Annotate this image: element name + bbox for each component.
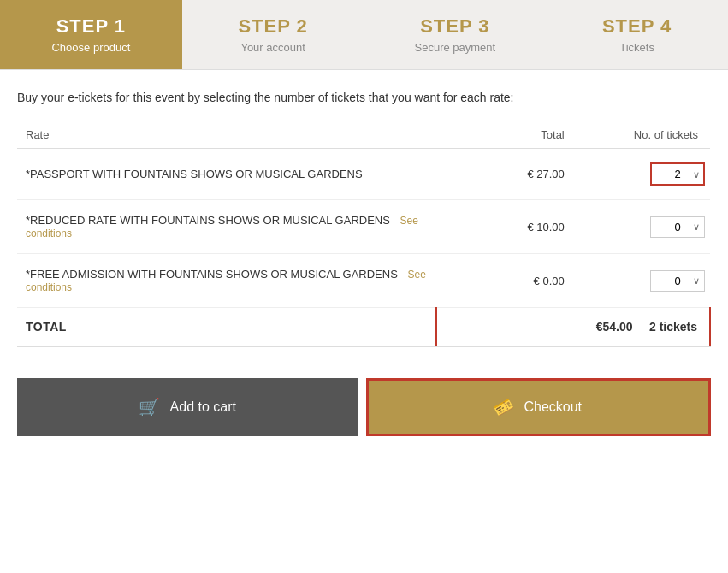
step3-label: Secure payment [415,41,496,54]
checkout-button[interactable]: 🎫 Checkout [366,378,712,436]
table-row: *FREE ADMISSION WITH FOUNTAINS SHOWS OR … [17,254,710,308]
quantity-free: 0 1 2 3 4 5 [573,254,710,308]
quantity-select-passport[interactable]: 0 1 2 3 4 5 6 7 8 9 [650,162,705,186]
add-to-cart-label: Add to cart [170,399,236,415]
instruction-text: Buy your e-tickets for this event by sel… [17,91,711,104]
quantity-wrapper-free: 0 1 2 3 4 5 [650,270,705,292]
total-price: €54.00 [596,320,633,334]
add-to-cart-button[interactable]: 🛒 Add to cart [17,378,358,436]
header-rate: Rate [17,121,436,149]
quantity-select-reduced[interactable]: 0 1 2 3 4 5 [650,216,705,238]
rate-name-passport: *PASSPORT WITH FOUNTAINS SHOWS OR MUSICA… [17,149,436,200]
price-free: € 0.00 [436,254,573,308]
step2-label: Your account [240,41,305,54]
total-value-cell: €54.00 2 tickets [436,308,710,347]
quantity-select-free[interactable]: 0 1 2 3 4 5 [650,270,705,292]
table-row: *PASSPORT WITH FOUNTAINS SHOWS OR MUSICA… [17,149,710,200]
quantity-wrapper-reduced: 0 1 2 3 4 5 [650,216,705,238]
price-passport: € 27.00 [436,149,573,200]
rate-name-free: *FREE ADMISSION WITH FOUNTAINS SHOWS OR … [17,254,436,308]
main-content: Buy your e-tickets for this event by sel… [0,70,728,453]
step1-number: STEP 1 [56,15,126,38]
price-reduced: € 10.00 [436,200,573,254]
total-tickets: 2 tickets [649,320,697,334]
header-total: Total [436,121,573,149]
step4-number: STEP 4 [602,15,672,38]
header-num-tickets: No. of tickets [573,121,710,149]
step2-number: STEP 2 [238,15,307,38]
total-label: TOTAL [17,308,436,347]
checkout-label: Checkout [524,399,582,415]
quantity-passport: 0 1 2 3 4 5 6 7 8 9 [573,149,710,200]
step4-label: Tickets [619,41,654,54]
table-row: *REDUCED RATE WITH FOUNTAINS SHOWS OR MU… [17,200,710,254]
step3-number: STEP 3 [420,15,489,38]
step-3[interactable]: STEP 3 Secure payment [364,0,547,69]
step-4[interactable]: STEP 4 Tickets [546,0,728,69]
buttons-row: 🛒 Add to cart 🎫 Checkout [17,378,711,436]
rate-name-reduced: *REDUCED RATE WITH FOUNTAINS SHOWS OR MU… [17,200,436,254]
cart-icon: 🛒 [139,397,160,417]
ticket-icon: 🎫 [491,394,517,420]
quantity-reduced: 0 1 2 3 4 5 [573,200,710,254]
tickets-table: Rate Total No. of tickets *PASSPORT WITH… [17,121,711,347]
step-2[interactable]: STEP 2 Your account [182,0,364,69]
total-row: TOTAL €54.00 2 tickets [17,308,710,347]
step1-label: Choose product [51,41,130,54]
quantity-wrapper-passport: 0 1 2 3 4 5 6 7 8 9 [650,162,705,186]
steps-header: STEP 1 Choose product STEP 2 Your accoun… [0,0,728,70]
step-1[interactable]: STEP 1 Choose product [0,0,182,69]
